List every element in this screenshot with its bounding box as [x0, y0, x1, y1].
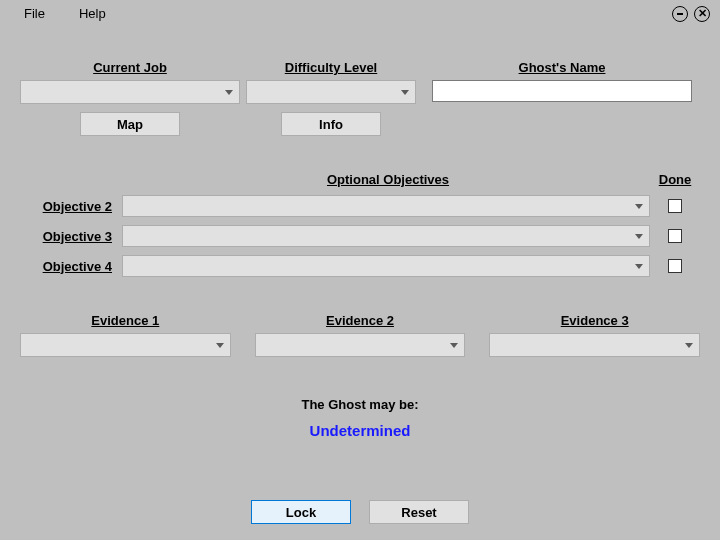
objective3-done-checkbox[interactable]	[668, 229, 682, 243]
ghost-result-value: Undetermined	[16, 422, 704, 439]
evidence1-group: Evidence 1	[20, 313, 231, 357]
ghost-may-be-label: The Ghost may be:	[16, 397, 704, 412]
evidence1-label: Evidence 1	[91, 313, 159, 328]
menu-file[interactable]: File	[24, 6, 45, 21]
objective4-done-cell	[650, 259, 700, 273]
menu-help[interactable]: Help	[79, 6, 106, 21]
evidence2-group: Evidence 2	[255, 313, 466, 357]
reset-button[interactable]: Reset	[369, 500, 469, 524]
done-header: Done	[650, 172, 700, 187]
evidence3-label: Evidence 3	[561, 313, 629, 328]
evidence2-label: Evidence 2	[326, 313, 394, 328]
objective4-done-checkbox[interactable]	[668, 259, 682, 273]
window-controls: ✕	[672, 6, 710, 22]
objective2-label: Objective 2	[16, 199, 122, 214]
objective2-done-cell	[650, 199, 700, 213]
content-area: Current Job Map Difficulty Level Info Gh…	[0, 60, 720, 439]
close-button[interactable]: ✕	[694, 6, 710, 22]
bottom-button-row: Lock Reset	[0, 500, 720, 524]
map-button[interactable]: Map	[80, 112, 180, 136]
minimize-button[interactable]	[672, 6, 688, 22]
evidence2-combo[interactable]	[255, 333, 466, 357]
difficulty-combo[interactable]	[246, 80, 416, 104]
current-job-label: Current Job	[93, 60, 167, 75]
evidence1-combo[interactable]	[20, 333, 231, 357]
evidence3-combo[interactable]	[489, 333, 700, 357]
objective3-label: Objective 3	[16, 229, 122, 244]
objective3-combo[interactable]	[122, 225, 650, 247]
current-job-combo[interactable]	[20, 80, 240, 104]
ghost-name-input[interactable]	[432, 80, 692, 102]
objective-row-4: Objective 4	[16, 255, 704, 277]
objectives-header: Optional Objectives Done	[16, 172, 704, 187]
ghost-name-group: Ghost's Name	[432, 60, 692, 136]
ghost-result: The Ghost may be: Undetermined	[16, 397, 704, 439]
app-window: File Help ✕ Current Job Map Difficulty L…	[0, 0, 720, 540]
objective2-done-checkbox[interactable]	[668, 199, 682, 213]
lock-button[interactable]: Lock	[251, 500, 351, 524]
difficulty-group: Difficulty Level Info	[246, 60, 416, 136]
difficulty-label: Difficulty Level	[285, 60, 377, 75]
info-button[interactable]: Info	[281, 112, 381, 136]
objective2-combo[interactable]	[122, 195, 650, 217]
ghost-name-label: Ghost's Name	[519, 60, 606, 75]
objective4-combo[interactable]	[122, 255, 650, 277]
optional-objectives-label: Optional Objectives	[16, 172, 650, 187]
objective-row-3: Objective 3	[16, 225, 704, 247]
top-row: Current Job Map Difficulty Level Info Gh…	[16, 60, 704, 136]
current-job-group: Current Job Map	[20, 60, 240, 136]
objective4-label: Objective 4	[16, 259, 122, 274]
objective3-done-cell	[650, 229, 700, 243]
menubar: File Help	[0, 0, 720, 26]
evidence-row: Evidence 1 Evidence 2 Evidence 3	[16, 313, 704, 357]
evidence3-group: Evidence 3	[489, 313, 700, 357]
objective-row-2: Objective 2	[16, 195, 704, 217]
